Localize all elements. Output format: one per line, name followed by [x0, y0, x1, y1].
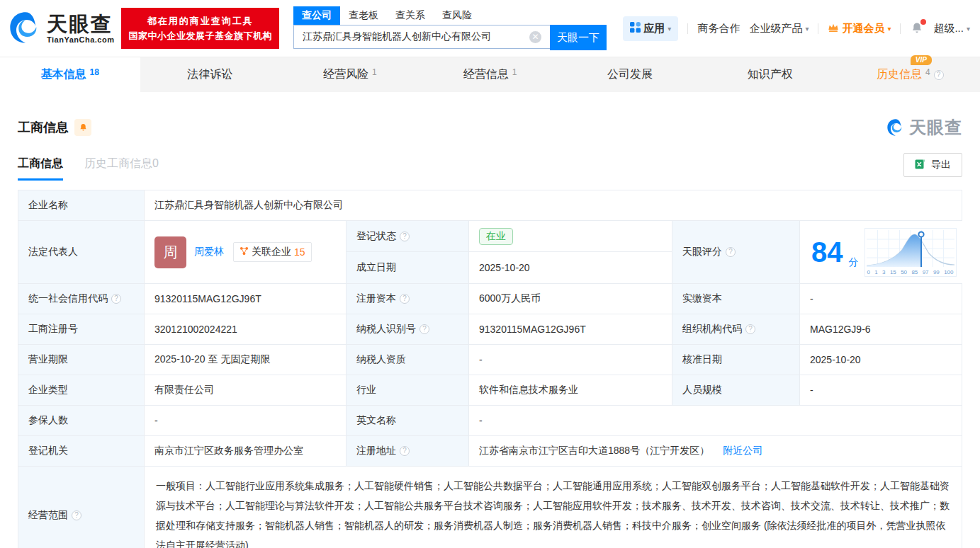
tab-company-development[interactable]: 公司发展 [560, 57, 700, 92]
legal-rep-label: 法定代表人 [18, 221, 144, 283]
subtab-history-business-info[interactable]: 历史工商信息0 [84, 156, 159, 181]
taxpayer-id-label: 纳税人识别号? [346, 314, 468, 344]
industry-value: 软件和信息技术服务业 [468, 375, 672, 405]
tab-legal-litigation[interactable]: 法律诉讼 [140, 57, 281, 92]
company-type-label: 企业类型 [18, 375, 144, 405]
apps-grid-icon [630, 22, 641, 35]
help-icon[interactable]: ? [72, 510, 81, 520]
related-companies-badge[interactable]: 关联企业 15 [233, 242, 312, 262]
org-code-value: MAG12GJ9-6 [799, 314, 962, 344]
chevron-down-icon: ▾ [805, 25, 809, 33]
tab-basic-info[interactable]: 基本信息 18 [0, 57, 140, 92]
divider [818, 23, 818, 34]
chevron-down-icon: ▾ [668, 25, 671, 33]
reg-authority-value: 南京市江宁区政务服务管理办公室 [144, 436, 346, 466]
tab-operating-info[interactable]: 经营信息 1 [420, 57, 561, 92]
tyc-score-value[interactable]: 84 分 [799, 221, 962, 283]
section-title: 工商信息 [18, 119, 69, 136]
insured-count-value: - [144, 406, 346, 435]
address-text: 江苏省南京市江宁区吉印大道1888号（江宁开发区） [479, 445, 709, 457]
search-tab-boss[interactable]: 查老板 [340, 6, 387, 25]
search-button[interactable]: 天眼一下 [550, 25, 607, 50]
tab-count: 4 [925, 67, 930, 77]
page-tabbar: 基本信息 18 法律诉讼 经营风险 1 经营信息 1 公司发展 知识产权 历史信… [0, 57, 980, 92]
crown-icon [828, 23, 839, 35]
industry-label: 行业 [346, 375, 468, 405]
brand-swirl-icon [7, 9, 44, 48]
legal-rep-link[interactable]: 周爱林 [194, 246, 224, 258]
credit-code-label: 统一社会信用代码? [18, 284, 144, 314]
search-tab-relation[interactable]: 查关系 [387, 6, 434, 25]
tab-intellectual-property[interactable]: 知识产权 [700, 57, 840, 92]
table-row: 企业类型 有限责任公司 行业 软件和信息技术服务业 人员规模 - [18, 375, 962, 405]
approval-date-label: 核准日期 [672, 345, 799, 375]
help-icon[interactable]: ? [934, 70, 944, 80]
divider [900, 23, 901, 34]
help-icon[interactable]: ? [745, 324, 755, 334]
help-icon[interactable]: ? [400, 446, 410, 456]
header-nav: 应用 ▾ 商务合作 企业级产品 ▾ 开通会员 ▾ [623, 16, 970, 41]
nearby-companies-link[interactable]: 附近公司 [723, 445, 762, 457]
export-label: 导出 [931, 159, 951, 171]
reg-authority-label: 登记机关 [18, 436, 144, 466]
search-block: 查公司 查老板 查关系 查风险 ✕ 天眼一下 [293, 6, 607, 50]
search-tab-risk[interactable]: 查风险 [434, 6, 480, 25]
credit-code-value: 91320115MAG12GJ96T [144, 284, 346, 314]
insured-count-label: 参保人数 [18, 406, 144, 435]
legal-rep-value: 周 周爱林 关联企业 15 [144, 221, 346, 283]
score-number: 84 [811, 238, 843, 266]
search-input[interactable] [293, 25, 550, 49]
help-icon[interactable]: ? [400, 232, 410, 241]
chevron-down-icon: ▾ [967, 25, 970, 33]
reg-number-value: 320121002024221 [144, 314, 346, 344]
nav-super-member[interactable]: 超级... ▾ [933, 22, 970, 35]
english-name-label: 英文名称 [346, 406, 468, 435]
score-unit: 分 [849, 256, 859, 269]
related-label: 关联企业 [252, 246, 291, 258]
search-tab-company[interactable]: 查公司 [293, 6, 340, 25]
subscribe-bell-icon[interactable] [74, 119, 91, 136]
help-icon[interactable]: ? [726, 247, 736, 257]
help-icon[interactable]: ? [400, 294, 410, 304]
tab-label: 基本信息 [41, 67, 86, 82]
promo-line1: 都在用的商业查询工具 [128, 13, 272, 28]
export-button[interactable]: 导出 [903, 153, 962, 177]
tianyancha-logo[interactable]: 天眼查 TianYanCha.com [7, 9, 114, 48]
tab-operating-risk[interactable]: 经营风险 1 [280, 57, 420, 92]
tab-history-info[interactable]: 历史信息 VIP 4 ? [840, 57, 980, 92]
reg-capital-value: 6000万人民币 [468, 284, 672, 314]
business-scope-value: 一般项目：人工智能行业应用系统集成服务；人工智能硬件销售；人工智能公共数据平台；… [144, 467, 962, 548]
paid-capital-value: - [799, 284, 962, 314]
nav-business-cooperation[interactable]: 商务合作 [697, 22, 740, 35]
clear-search-icon[interactable]: ✕ [529, 31, 541, 43]
english-name-value: - [468, 406, 962, 435]
business-term-label: 营业期限 [18, 345, 144, 375]
enterprise-label: 企业级产品 [749, 22, 802, 35]
apps-menu[interactable]: 应用 ▾ [623, 16, 678, 41]
business-scope-label: 经营范围? [18, 467, 144, 548]
subtab-business-info[interactable]: 工商信息 [18, 156, 63, 181]
table-row: 经营范围? 一般项目：人工智能行业应用系统集成服务；人工智能硬件销售；人工智能公… [18, 466, 962, 548]
tab-label: 经营信息 [463, 67, 509, 82]
tab-label: 知识产权 [748, 67, 793, 82]
staff-size-label: 人员规模 [672, 375, 799, 405]
company-name-label: 企业名称 [18, 190, 144, 220]
avatar[interactable]: 周 [154, 236, 186, 268]
vip-label: 开通会员 [842, 22, 884, 35]
promo-banner: 都在用的商业查询工具 国家中小企业发展子基金旗下机构 [121, 8, 279, 49]
table-row: 参保人数 - 英文名称 - [18, 405, 962, 435]
help-icon[interactable]: ? [111, 294, 121, 304]
cooperation-label: 商务合作 [697, 22, 740, 35]
reg-address-value: 江苏省南京市江宁区吉印大道1888号（江宁开发区） 附近公司 [468, 436, 962, 466]
establish-date-label: 成立日期 [346, 252, 468, 283]
help-icon[interactable]: ? [419, 324, 429, 334]
notifications-bell-icon[interactable] [910, 21, 924, 35]
nav-open-vip[interactable]: 开通会员 ▾ [828, 22, 891, 35]
nav-enterprise-products[interactable]: 企业级产品 ▾ [749, 22, 809, 35]
tab-count: 1 [372, 67, 377, 77]
apps-label: 应用 [643, 22, 665, 35]
score-distribution-chart: 0131550859799100 [864, 228, 957, 277]
reg-status-label: 登记状态? [346, 221, 468, 252]
network-icon [240, 246, 249, 258]
approval-date-value: 2025-10-20 [799, 345, 962, 375]
